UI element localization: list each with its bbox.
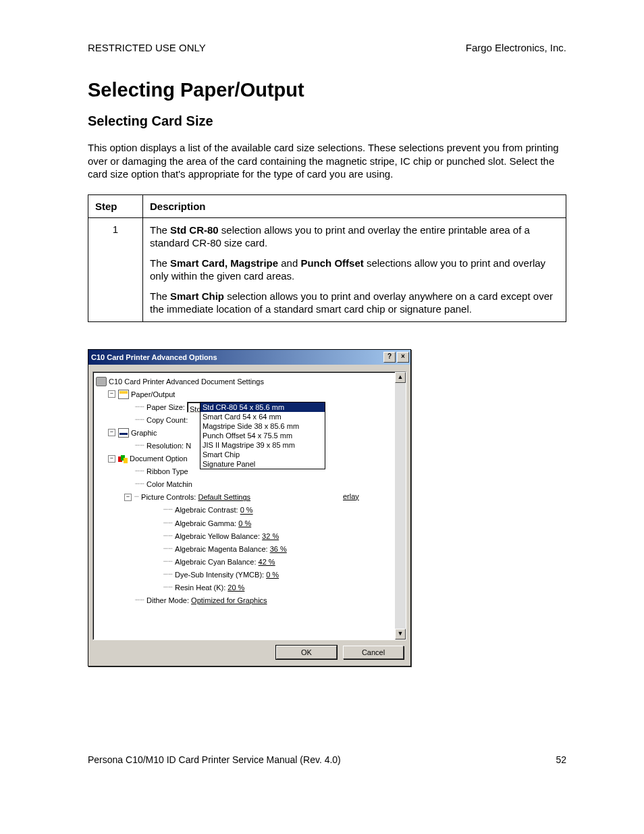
algebraic-magenta[interactable]: Algebraic Magenta Balance: 36 % xyxy=(175,545,287,553)
algebraic-cyan[interactable]: Algebraic Cyan Balance: 42 % xyxy=(175,558,275,566)
paper-size-dropdown[interactable]: Std CR-80 54 x 85.6 mm Smart Card 54 x 6… xyxy=(200,402,325,469)
dropdown-option[interactable]: Smart Card 54 x 64 mm xyxy=(200,412,325,421)
dialog-titlebar[interactable]: C10 Card Printer Advanced Options ? × xyxy=(88,350,410,365)
page-subtitle: Selecting Card Size xyxy=(88,113,566,129)
page-number: 52 xyxy=(556,754,566,765)
desc-p1: The Std CR-80 selection allows you to pr… xyxy=(150,224,559,250)
algebraic-yellow[interactable]: Algebraic Yellow Balance: 32 % xyxy=(175,532,279,540)
dither-mode[interactable]: Dither Mode: Optimized for Graphics xyxy=(146,596,267,604)
paper-size-label: Paper Size: xyxy=(146,403,185,411)
collapse-icon[interactable]: − xyxy=(108,429,115,436)
tree-paper-output[interactable]: Paper/Output xyxy=(131,390,175,398)
picture-controls-label[interactable]: Picture Controls: Default Settings xyxy=(141,493,250,501)
settings-tree[interactable]: C10 Card Printer Advanced Document Setti… xyxy=(92,371,406,640)
color-matching-label: Color Matchin xyxy=(146,480,192,488)
truncated-text: erlay xyxy=(343,492,359,500)
close-button[interactable]: × xyxy=(397,352,409,363)
graphic-icon xyxy=(118,428,129,438)
cancel-button[interactable]: Cancel xyxy=(343,646,404,659)
page-title: Selecting Paper/Output xyxy=(88,79,566,101)
desc-p2: The Smart Card, Magstripe and Punch Offs… xyxy=(150,257,559,283)
steps-table: Step Description 1 The Std CR-80 selecti… xyxy=(88,194,566,322)
table-row: 1 The Std CR-80 selection allows you to … xyxy=(88,217,566,321)
scroll-down-icon[interactable]: ▼ xyxy=(395,629,406,640)
resolution-label: Resolution: N xyxy=(146,442,191,450)
dropdown-option[interactable]: Punch Offset 54 x 75.5 mm xyxy=(200,431,325,440)
collapse-icon[interactable]: − xyxy=(108,390,115,398)
dialog-title: C10 Card Printer Advanced Options xyxy=(91,353,382,361)
printer-icon xyxy=(96,377,107,386)
dropdown-option[interactable]: JIS II Magstripe 39 x 85 mm xyxy=(200,440,325,450)
tree-root[interactable]: C10 Card Printer Advanced Document Setti… xyxy=(109,377,264,386)
tree-document-options[interactable]: Document Option xyxy=(130,454,188,463)
svg-rect-2 xyxy=(124,458,128,463)
scrollbar[interactable]: ▲ ▼ xyxy=(395,372,406,640)
dropdown-option[interactable]: Signature Panel xyxy=(200,459,325,469)
tree-graphic[interactable]: Graphic xyxy=(131,429,157,437)
header-left: RESTRICTED USE ONLY xyxy=(88,42,206,53)
header-right: Fargo Electronics, Inc. xyxy=(466,42,566,53)
dyesub-intensity[interactable]: Dye-Sub Intensity (YMCB): 0 % xyxy=(175,571,279,579)
resin-heat[interactable]: Resin Heat (K): 20 % xyxy=(175,583,244,592)
paper-icon xyxy=(118,390,129,399)
advanced-options-dialog: C10 Card Printer Advanced Options ? × C1… xyxy=(88,349,411,667)
intro-paragraph: This option displays a list of the avail… xyxy=(88,141,566,181)
scroll-up-icon[interactable]: ▲ xyxy=(395,372,406,383)
help-button[interactable]: ? xyxy=(383,352,396,363)
document-options-icon xyxy=(118,454,128,463)
algebraic-contrast[interactable]: Algebraic Contrast: 0 % xyxy=(175,506,253,515)
copy-count-label: Copy Count: xyxy=(146,416,188,424)
col-step: Step xyxy=(88,194,143,217)
step-number: 1 xyxy=(88,217,143,321)
algebraic-gamma[interactable]: Algebraic Gamma: 0 % xyxy=(175,519,251,527)
ribbon-type-label: Ribbon Type xyxy=(146,467,188,475)
desc-p3: The Smart Chip selection allows you to p… xyxy=(150,290,559,316)
footer-left: Persona C10/M10 ID Card Printer Service … xyxy=(88,754,341,765)
dropdown-option[interactable]: Smart Chip xyxy=(200,450,325,459)
ok-button[interactable]: OK xyxy=(276,646,337,659)
dropdown-option-selected[interactable]: Std CR-80 54 x 85.6 mm xyxy=(200,402,325,412)
col-description: Description xyxy=(143,194,566,217)
collapse-icon[interactable]: − xyxy=(124,494,132,501)
collapse-icon[interactable]: − xyxy=(108,455,115,463)
dropdown-option[interactable]: Magstripe Side 38 x 85.6 mm xyxy=(200,421,325,431)
